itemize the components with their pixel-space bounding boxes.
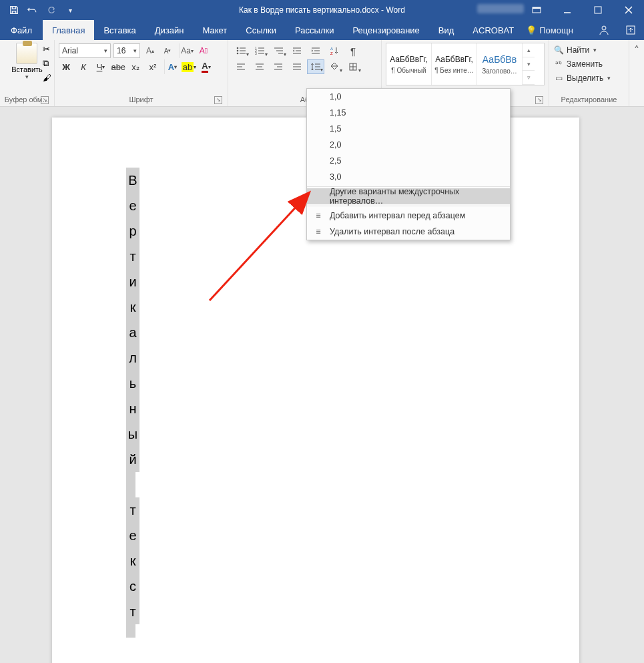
account-icon[interactable]: [591, 20, 617, 40]
select-button[interactable]: ▭Выделить▾: [553, 71, 625, 85]
tab-view[interactable]: Вид: [429, 20, 464, 40]
highlight-button[interactable]: ab▾: [182, 59, 196, 74]
share-button[interactable]: [617, 20, 644, 40]
grow-font-button[interactable]: A▴: [143, 43, 157, 58]
tab-references[interactable]: Ссылки: [236, 20, 286, 40]
blank-line: [126, 472, 135, 497]
italic-button[interactable]: К: [76, 59, 91, 74]
minimize-button[interactable]: [552, 0, 583, 20]
svg-rect-3: [595, 7, 601, 13]
font-color-button[interactable]: A▾: [199, 59, 214, 74]
style-no-spacing[interactable]: АаБбВвГг,¶ Без инте…: [432, 43, 477, 85]
style-heading1[interactable]: АаБбВвЗаголово…: [477, 43, 523, 85]
font-size-combo[interactable]: 16▾: [113, 43, 140, 58]
char: и: [126, 269, 139, 294]
svg-text:A: A: [330, 47, 333, 51]
cut-button[interactable]: ✂: [43, 44, 51, 54]
spacing-option-2-0[interactable]: 2,0: [307, 137, 510, 153]
paste-button[interactable]: Вставить ▾: [11, 43, 43, 80]
shrink-font-button[interactable]: A▾: [160, 43, 175, 58]
maximize-button[interactable]: [583, 0, 613, 20]
font-dialog-launcher[interactable]: ↘: [214, 96, 222, 104]
window-title: Как в Ворде писать вертикально.docx - Wo…: [239, 5, 405, 15]
svg-text:Z: Z: [330, 51, 333, 55]
group-clipboard: Вставить ▾ ✂ ⧉ 🖌 Буфер обм…↘: [0, 40, 55, 106]
styles-dialog-launcher[interactable]: ↘: [535, 96, 543, 104]
sort-button[interactable]: AZ: [326, 43, 343, 58]
align-right-button[interactable]: [270, 59, 287, 74]
add-space-before[interactable]: ≡Добавить интервал перед абзацем: [307, 208, 510, 224]
spacing-option-3-0[interactable]: 3,0: [307, 169, 510, 185]
ribbon-options-button[interactable]: [521, 0, 552, 20]
spacing-options-more[interactable]: Другие варианты междустрочных интервалов…: [307, 188, 510, 204]
replace-button[interactable]: ᵃᵇЗаменить: [553, 57, 625, 71]
selected-text[interactable]: В е р т и к а л ь н ы й т е к с т: [126, 168, 139, 638]
paste-icon: [16, 43, 37, 64]
increase-indent-button[interactable]: [307, 43, 324, 58]
align-left-button[interactable]: [232, 59, 250, 74]
save-button[interactable]: [5, 1, 23, 19]
subscript-button[interactable]: x₂: [128, 59, 143, 74]
lightbulb-icon: 💡: [526, 25, 537, 35]
tab-file[interactable]: Файл: [0, 20, 43, 40]
char: к: [126, 294, 139, 320]
tab-home[interactable]: Главная: [43, 20, 94, 40]
chevron-down-icon: ▾: [104, 47, 107, 54]
char: н: [126, 396, 139, 421]
copy-button[interactable]: ⧉: [43, 58, 51, 69]
strikethrough-button[interactable]: abc: [111, 59, 125, 74]
style-normal[interactable]: АаБбВвГг,¶ Обычный: [386, 43, 432, 85]
cursor-icon: ▭: [553, 73, 564, 83]
chevron-up-icon[interactable]: ▴: [523, 43, 535, 57]
tab-acrobat[interactable]: ACROBAT: [463, 20, 523, 40]
find-button[interactable]: 🔍Найти▾: [553, 43, 625, 57]
tab-mailings[interactable]: Рассылки: [286, 20, 343, 40]
gallery-expand-icon[interactable]: ▿: [523, 71, 535, 85]
tab-design[interactable]: Дизайн: [145, 20, 194, 40]
show-marks-button[interactable]: ¶: [344, 43, 362, 58]
bullets-button[interactable]: ▾: [232, 43, 250, 58]
multilevel-list-button[interactable]: ▾: [270, 43, 287, 58]
redo-button[interactable]: [43, 1, 60, 19]
gallery-scroll[interactable]: ▴▾▿: [523, 43, 535, 85]
spacing-option-1-5[interactable]: 1,5: [307, 121, 510, 137]
shading-button[interactable]: ▾: [326, 59, 343, 74]
char: к: [126, 548, 139, 574]
numbering-button[interactable]: 123▾: [251, 43, 268, 58]
char: е: [126, 193, 139, 218]
undo-button[interactable]: [24, 1, 41, 19]
change-case-button[interactable]: Aa▾: [179, 43, 194, 58]
tab-insert[interactable]: Вставка: [94, 20, 145, 40]
chevron-down-icon[interactable]: ▾: [523, 57, 535, 71]
spacing-option-2-5[interactable]: 2,5: [307, 153, 510, 169]
spacing-option-1-0[interactable]: 1,0: [307, 89, 510, 105]
font-name-value: Arial: [62, 46, 78, 55]
styles-gallery[interactable]: АаБбВвГг,¶ Обычный АаБбВвГг,¶ Без инте… …: [386, 43, 545, 85]
underline-button[interactable]: Ч▾: [93, 59, 108, 74]
char: л: [126, 345, 139, 371]
char: а: [126, 320, 139, 345]
spacing-option-1-15[interactable]: 1,15: [307, 105, 510, 121]
search-icon: 🔍: [553, 45, 564, 55]
tab-review[interactable]: Рецензирование: [343, 20, 428, 40]
format-painter-button[interactable]: 🖌: [43, 73, 51, 83]
line-spacing-button[interactable]: ▾: [307, 59, 324, 74]
char: т: [126, 497, 139, 523]
clear-formatting-button[interactable]: Aͯ: [196, 43, 211, 58]
align-center-button[interactable]: [251, 59, 268, 74]
bold-button[interactable]: Ж: [59, 59, 73, 74]
text-effects-button[interactable]: A▾: [164, 59, 179, 74]
superscript-button[interactable]: x²: [145, 59, 160, 74]
tell-me[interactable]: 💡 Помощн: [526, 20, 573, 40]
collapse-ribbon-button[interactable]: ˄: [629, 40, 644, 106]
group-font: Arial▾ 16▾ A▴ A▾ Aa▾ Aͯ Ж К Ч▾ abc x₂ x²…: [55, 40, 228, 106]
borders-button[interactable]: ▾: [344, 59, 362, 74]
close-button[interactable]: [613, 0, 644, 20]
tab-layout[interactable]: Макет: [193, 20, 236, 40]
qat-customize-button[interactable]: ▾: [61, 1, 79, 19]
decrease-indent-button[interactable]: [288, 43, 306, 58]
justify-button[interactable]: [288, 59, 306, 74]
remove-space-after[interactable]: ≡Удалить интервал после абзаца: [307, 224, 510, 240]
font-name-combo[interactable]: Arial▾: [59, 43, 111, 58]
clipboard-dialog-launcher[interactable]: ↘: [41, 96, 49, 104]
